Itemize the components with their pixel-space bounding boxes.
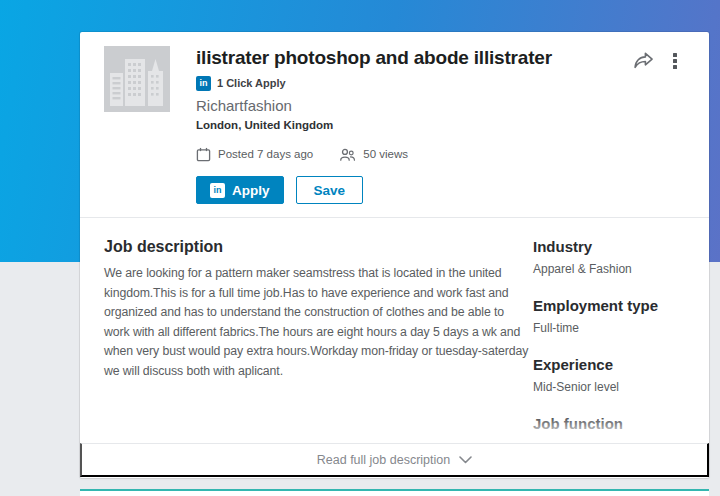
job-location: London, United Kingdom [196, 119, 639, 131]
company-logo-placeholder-icon [104, 46, 170, 112]
detail-industry: Industry Apparel & Fashion [533, 238, 685, 276]
detail-value: Apparel & Fashion [533, 262, 685, 276]
detail-label: Job function [533, 415, 685, 432]
linkedin-in-icon: in [210, 183, 225, 198]
action-buttons: in Apply Save [196, 176, 639, 204]
detail-employment-type: Employment type Full-time [533, 297, 685, 335]
linkedin-in-icon: in [196, 76, 211, 91]
job-description-text: We are looking for a pattern maker seams… [104, 264, 532, 381]
apply-button-label: Apply [232, 183, 270, 198]
job-details-sidebar: Industry Apparel & Fashion Employment ty… [533, 238, 685, 443]
calendar-icon [196, 147, 211, 162]
views-label: 50 views [363, 148, 408, 160]
chevron-down-icon [459, 456, 472, 464]
detail-value: Mid-Senior level [533, 380, 685, 394]
job-body: Job description We are looking for a pat… [80, 218, 709, 443]
job-title: ilistrater photoshop and abode illistrat… [196, 46, 639, 70]
one-click-apply-row: in 1 Click Apply [196, 75, 639, 91]
views-meta: 50 views [339, 147, 408, 162]
overflow-menu-icon[interactable] [659, 46, 691, 76]
posted-label: Posted 7 days ago [218, 148, 313, 160]
save-button[interactable]: Save [296, 176, 364, 204]
job-posting-card: ilistrater photoshop and abode illistrat… [80, 32, 709, 478]
company-name-link[interactable]: Richartfashion [196, 97, 639, 114]
detail-label: Industry [533, 238, 685, 255]
detail-value: Other [533, 439, 685, 443]
detail-label: Experience [533, 356, 685, 373]
header-main: ilistrater photoshop and abode illistrat… [196, 46, 639, 204]
viewers-icon [339, 147, 356, 162]
detail-job-function: Job function Other [533, 415, 685, 443]
job-meta-row: Posted 7 days ago 50 views [196, 145, 639, 163]
apply-button[interactable]: in Apply [196, 176, 284, 204]
read-more-label: Read full job description [317, 453, 450, 467]
job-description-section: Job description We are looking for a pat… [104, 238, 532, 443]
next-card-top-edge [80, 489, 709, 496]
read-full-description-button[interactable]: Read full job description [80, 443, 709, 477]
detail-value: Full-time [533, 321, 685, 335]
job-description-heading: Job description [104, 238, 532, 256]
detail-experience: Experience Mid-Senior level [533, 356, 685, 394]
save-button-label: Save [314, 183, 346, 198]
detail-label: Employment type [533, 297, 685, 314]
job-header: ilistrater photoshop and abode illistrat… [80, 32, 709, 218]
posted-meta: Posted 7 days ago [196, 147, 313, 162]
one-click-apply-label: 1 Click Apply [217, 77, 286, 89]
